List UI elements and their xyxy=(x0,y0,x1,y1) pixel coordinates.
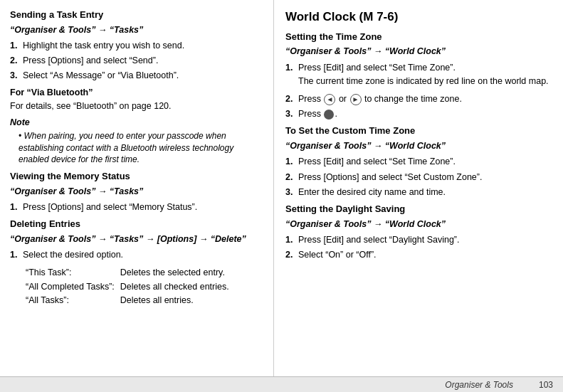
note-text: • When pairing, you need to enter your p… xyxy=(19,130,263,166)
section-custom-time-zone: To Set the Custom Time Zone “Organiser &… xyxy=(285,125,553,198)
list-item: 1. Press [Edit] and select “Set Time Zon… xyxy=(285,61,553,91)
list-item: 2. Select “On” or “Off”. xyxy=(285,248,553,261)
list-item: 3. Select “As Message” or “Via Bluetooth… xyxy=(10,69,263,82)
left-arrow-icon: ◄ xyxy=(324,94,335,105)
list-item: 1. Press [Edit] and select “Set Time Zon… xyxy=(285,155,553,168)
list-item: 1. Highlight the task entry you wish to … xyxy=(10,39,263,52)
section-heading-memory: Viewing the Memory Status xyxy=(10,170,263,184)
table-row: “All Completed Tasks”: Deletes all check… xyxy=(26,281,233,294)
circle-button-icon xyxy=(324,110,334,120)
section-memory-status: Viewing the Memory Status “Organiser & T… xyxy=(10,170,263,213)
steps-sending: 1. Highlight the task entry you wish to … xyxy=(10,39,263,82)
footer-label: Organiser & Tools xyxy=(445,380,513,390)
sub-text-timezone: The current time zone is indicated by re… xyxy=(298,75,553,88)
list-item: 1. Press [Options] and select “Memory St… xyxy=(10,201,263,213)
steps-custom-time-zone: 1. Press [Edit] and select “Set Time Zon… xyxy=(285,155,553,198)
section-heading-deleting: Deleting Entries xyxy=(10,218,263,231)
list-item: 2. Press [Options] and select “Send”. xyxy=(10,54,263,67)
table-cell-desc: Deletes all entries. xyxy=(120,295,233,307)
list-item: 1. Press [Edit] and select “Daylight Sav… xyxy=(285,233,553,246)
table-row: “All Tasks”: Deletes all entries. xyxy=(26,295,233,307)
list-item: 2. Press [Options] and select “Set Custo… xyxy=(285,171,553,184)
steps-daylight-saving: 1. Press [Edit] and select “Daylight Sav… xyxy=(285,233,553,261)
heading-time-zone: Setting the Time Zone xyxy=(285,31,553,44)
path-memory: “Organiser & Tools” → “Tasks” xyxy=(10,185,263,198)
heading-custom-time-zone: To Set the Custom Time Zone xyxy=(285,125,553,138)
section-sending-task: Sending a Task Entry “Organiser & Tools”… xyxy=(10,9,263,166)
path-daylight-saving: “Organiser & Tools” → “World Clock” xyxy=(285,218,553,231)
for-bluetooth-text: For details, see “Bluetooth” on page 120… xyxy=(10,100,263,112)
steps-memory: 1. Press [Options] and select “Memory St… xyxy=(10,201,263,213)
path-deleting: “Organiser & Tools” → “Tasks” → [Options… xyxy=(10,233,263,245)
table-cell-desc: Deletes the selected entry. xyxy=(120,267,233,280)
list-item: 1. Select the desired option. xyxy=(10,248,263,261)
path-time-zone: “Organiser & Tools” → “World Clock” xyxy=(285,45,553,58)
for-bluetooth-heading: For “Via Bluetooth” xyxy=(10,86,263,99)
heading-daylight-saving: Setting the Daylight Saving xyxy=(285,203,553,216)
table-cell-desc: Deletes all checked entries. xyxy=(120,281,233,294)
steps-time-zone: 1. Press [Edit] and select “Set Time Zon… xyxy=(285,61,553,121)
table-row: “This Task”: Deletes the selected entry. xyxy=(26,267,233,280)
footer-page: 103 xyxy=(539,380,553,390)
world-clock-heading: World Clock (M 7-6) xyxy=(285,9,553,26)
path-sending: “Organiser & Tools” → “Tasks” xyxy=(10,23,263,36)
right-arrow-icon: ► xyxy=(350,94,362,105)
list-item: 2. Press ◄ or ► to change the time zone. xyxy=(285,92,553,105)
section-time-zone: Setting the Time Zone “Organiser & Tools… xyxy=(285,31,553,121)
section-daylight-saving: Setting the Daylight Saving “Organiser &… xyxy=(285,203,553,261)
footer-bar: Organiser & Tools 103 xyxy=(0,376,563,392)
section-deleting: Deleting Entries “Organiser & Tools” → “… xyxy=(10,218,263,309)
list-item: 3. Press . xyxy=(285,107,553,120)
table-cell-label: “All Completed Tasks”: xyxy=(26,281,119,294)
note-heading: Note xyxy=(10,116,263,129)
list-item: 3. Enter the desired city name and time. xyxy=(285,186,553,198)
section-heading-sending: Sending a Task Entry xyxy=(10,9,263,22)
table-cell-label: “This Task”: xyxy=(26,267,119,280)
table-cell-label: “All Tasks”: xyxy=(26,295,119,307)
path-custom-time-zone: “Organiser & Tools” → “World Clock” xyxy=(285,139,553,152)
delete-options-table: “This Task”: Deletes the selected entry.… xyxy=(24,265,235,309)
steps-deleting: 1. Select the desired option. xyxy=(10,248,263,261)
